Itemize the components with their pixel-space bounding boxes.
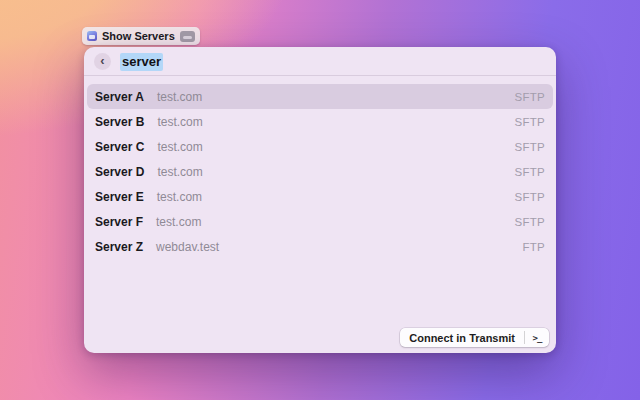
server-host: test.com [156,215,514,229]
server-host: test.com [157,115,514,129]
server-name: Server D [95,165,144,179]
server-name: Server Z [95,240,143,254]
server-row[interactable]: Server C test.com SFTP [87,134,553,159]
command-pill-label: Show Servers [102,30,175,42]
server-row[interactable]: Server Z webdav.test FTP [87,234,553,259]
server-protocol: SFTP [514,116,545,128]
search-bar: ‹ server [84,47,556,75]
server-protocol: SFTP [514,91,545,103]
server-name: Server F [95,215,143,229]
server-host: webdav.test [156,240,522,254]
server-protocol: SFTP [514,166,545,178]
server-list: Server A test.com SFTP Server B test.com… [84,76,556,259]
terminal-prompt-icon: >_ [533,333,542,343]
terminal-button[interactable]: >_ [525,328,549,347]
server-row[interactable]: Server E test.com SFTP [87,184,553,209]
server-name: Server B [95,115,144,129]
server-host: test.com [157,190,515,204]
server-list-panel: ‹ server Server A test.com SFTP Server B… [84,47,556,353]
server-host: test.com [157,140,514,154]
server-name: Server A [95,90,144,104]
back-button[interactable]: ‹ [94,53,111,70]
server-protocol: SFTP [514,141,545,153]
server-protocol: SFTP [514,191,545,203]
server-protocol: FTP [522,241,545,253]
server-host: test.com [157,165,514,179]
search-input[interactable]: server [120,54,163,69]
server-name: Server C [95,140,144,154]
server-host: test.com [157,90,514,104]
footer-actions: Connect in Transmit >_ [400,328,549,347]
server-row[interactable]: Server A test.com SFTP [87,84,553,109]
keycap-icon [180,31,195,42]
transmit-app-icon [87,31,97,41]
connect-in-transmit-button[interactable]: Connect in Transmit [400,328,524,347]
server-name: Server E [95,190,144,204]
connect-button-group: Connect in Transmit >_ [400,328,549,347]
server-row[interactable]: Server B test.com SFTP [87,109,553,134]
server-protocol: SFTP [514,216,545,228]
chevron-left-icon: ‹ [100,54,104,67]
server-row[interactable]: Server F test.com SFTP [87,209,553,234]
command-pill[interactable]: Show Servers [82,27,200,45]
server-row[interactable]: Server D test.com SFTP [87,159,553,184]
search-input-selected-text: server [120,53,163,71]
desktop-background: Show Servers ‹ server Server A test.com … [0,0,640,400]
